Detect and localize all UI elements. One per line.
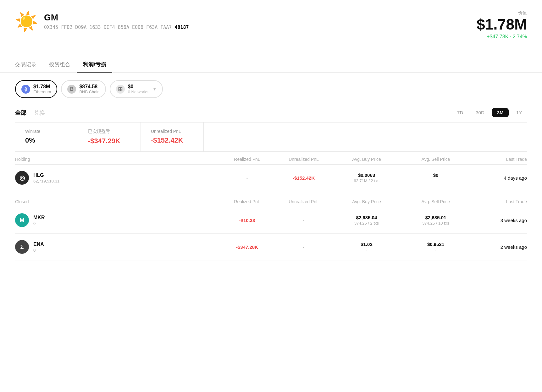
page-container: ☀️ GM 0X345 FFD2 D09A 1633 DCF4 856A E0D… (0, 0, 542, 392)
stat-unrealized-label: Unrealized PnL (151, 129, 193, 134)
hlg-icon: ◎ (15, 171, 29, 185)
network-chip-bnb[interactable]: B $874.58 BNB Chain (61, 80, 106, 98)
holding-cell-mkr: M MKR 0 (15, 213, 219, 227)
eth-icon: ⟠ (21, 85, 30, 94)
period-30d[interactable]: 30D (471, 108, 489, 117)
table-row: Σ ENA 0 -$347.28K - $1.02 - $0.9521 - 2 … (15, 234, 527, 260)
mkr-avg-sell: $2,685.01 374.25 / 10 txs (401, 215, 470, 226)
holding-col-name: Holding (15, 157, 219, 162)
mkr-name: MKR (33, 215, 45, 220)
holding-cell-ena: Σ ENA 0 (15, 240, 219, 254)
closed-col-unrealized: Unrealized PnL (275, 199, 332, 204)
holding-section: Holding Realized PnL Unrealized PnL Avg.… (15, 152, 527, 260)
chevron-down-icon: ▼ (153, 87, 157, 91)
mkr-avg-buy: $2,685.04 374.25 / 2 txs (332, 215, 401, 226)
main-tabs: 交易记录 投资组合 利润/亏损 (0, 57, 542, 73)
eth-value: $1.78M (33, 84, 51, 90)
period-filters: 7D 30D 3M 1Y (452, 108, 527, 117)
stat-winrate: Winrate 0% (15, 122, 78, 151)
closed-col-last-trade: Last Trade (470, 199, 527, 204)
bnb-name: BNB Chain (79, 90, 99, 94)
bnb-value: $874.58 (79, 84, 99, 90)
sub-tab-all[interactable]: 全部 (15, 109, 26, 117)
grid-icon: ⊞ (116, 85, 125, 94)
holding-col-buy-price: Avg. Buy Price (332, 157, 401, 162)
mkr-icon: M (15, 213, 29, 227)
period-1y[interactable]: 1Y (511, 108, 527, 117)
mkr-unrealized-pnl: - (275, 218, 332, 223)
closed-col-name: Closed (15, 199, 219, 204)
other-value: $0 (128, 84, 148, 90)
tab-pnl[interactable]: 利润/亏损 (77, 57, 112, 73)
stat-winrate-value: 0% (25, 136, 68, 144)
ena-realized-pnl: -$347.28K (219, 244, 275, 250)
table-row: M MKR 0 -$10.33 - $2,685.04 374.25 / 2 t… (15, 207, 527, 234)
holding-col-last-trade: Last Trade (470, 157, 527, 162)
ena-unrealized-pnl: - (275, 244, 332, 250)
network-filters: ⟠ $1.78M Ethereum B $874.58 BNB Chain ⊞ … (0, 73, 542, 106)
hlg-name: HLG (33, 172, 59, 178)
ena-balance: 0 (33, 248, 44, 253)
sub-tabs-left: 全部 兑换 (15, 109, 45, 117)
other-name: 0 Networks (128, 90, 148, 94)
tab-portfolio[interactable]: 投资组合 (43, 57, 77, 73)
hlg-avg-buy: $0.0063 62.71M / 2 txs (332, 172, 401, 183)
closed-col-realized: Realized PnL (219, 199, 275, 204)
stat-empty (204, 122, 527, 151)
hlg-balance: 62,719,518.31 (33, 179, 59, 183)
stat-unrealized-pnl: Unrealized PnL -$152.42K (141, 122, 204, 151)
mkr-last-trade: 3 weeks ago (470, 218, 527, 223)
header-right: 价值 $1.78M +$47.78K · 2.74% (477, 10, 527, 40)
header-info: GM 0X345 FFD2 D09A 1633 DCF4 856A E0D6 F… (44, 13, 189, 30)
bnb-icon: B (67, 85, 76, 94)
stat-realized-value: -$347.29K (88, 137, 130, 145)
stat-realized-label: 已实现盈亏 (88, 129, 130, 134)
ena-last-trade: 2 weeks ago (470, 244, 527, 250)
address-body: FFD2 D09A 1633 DCF4 856A E0D6 F63A FAA7 (58, 24, 174, 30)
wallet-address: 0X345 FFD2 D09A 1633 DCF4 856A E0D6 F63A… (44, 24, 189, 30)
tab-trade[interactable]: 交易记录 (15, 57, 43, 73)
hlg-realized-pnl: - (219, 175, 275, 181)
sub-tab-swap[interactable]: 兑换 (34, 109, 45, 117)
avatar-icon: ☀️ (15, 10, 38, 33)
mkr-balance: 0 (33, 221, 45, 226)
address-prefix: 0X345 (44, 24, 58, 30)
closed-section-header: Closed Realized PnL Unrealized PnL Avg. … (15, 194, 527, 207)
table-row: ◎ HLG 62,719,518.31 - -$152.42K $0.0063 … (15, 164, 527, 191)
sub-tabs-row: 全部 兑换 7D 30D 3M 1Y (0, 106, 542, 122)
ena-icon: Σ (15, 240, 29, 254)
ena-name: ENA (33, 242, 44, 247)
header: ☀️ GM 0X345 FFD2 D09A 1633 DCF4 856A E0D… (0, 0, 542, 47)
holding-cell-hlg: ◎ HLG 62,719,518.31 (15, 171, 219, 185)
portfolio-change: +$47.78K · 2.74% (477, 34, 527, 40)
value-label: 价值 (477, 10, 527, 16)
stats-row: Winrate 0% 已实现盈亏 -$347.29K Unrealized Pn… (15, 122, 527, 152)
network-chip-eth[interactable]: ⟠ $1.78M Ethereum (15, 80, 57, 98)
holding-col-unrealized: Unrealized PnL (275, 157, 332, 162)
holding-section-header: Holding Realized PnL Unrealized PnL Avg.… (15, 152, 527, 164)
hlg-last-trade: 4 days ago (470, 175, 527, 181)
portfolio-value: $1.78M (477, 17, 527, 32)
closed-col-buy-price: Avg. Buy Price (332, 199, 401, 204)
ena-avg-buy: $1.02 - (332, 242, 401, 252)
address-suffix: 48187 (174, 24, 189, 30)
holding-col-sell-price: Avg. Sell Price (401, 157, 470, 162)
closed-col-sell-price: Avg. Sell Price (401, 199, 470, 204)
period-3m[interactable]: 3M (492, 108, 509, 117)
header-left: ☀️ GM 0X345 FFD2 D09A 1633 DCF4 856A E0D… (15, 10, 189, 33)
stat-realized-pnl: 已实现盈亏 -$347.29K (78, 122, 141, 151)
eth-name: Ethereum (33, 90, 51, 94)
hlg-avg-sell: $0 - (401, 172, 470, 183)
mkr-realized-pnl: -$10.33 (219, 218, 275, 223)
wallet-name: GM (44, 13, 189, 23)
ena-avg-sell: $0.9521 - (401, 242, 470, 252)
stat-winrate-label: Winrate (25, 129, 68, 134)
network-chip-other[interactable]: ⊞ $0 0 Networks ▼ (110, 80, 163, 98)
stat-unrealized-value: -$152.42K (151, 136, 193, 144)
hlg-unrealized-pnl: -$152.42K (275, 175, 332, 181)
holding-col-realized: Realized PnL (219, 157, 275, 162)
period-7d[interactable]: 7D (452, 108, 468, 117)
